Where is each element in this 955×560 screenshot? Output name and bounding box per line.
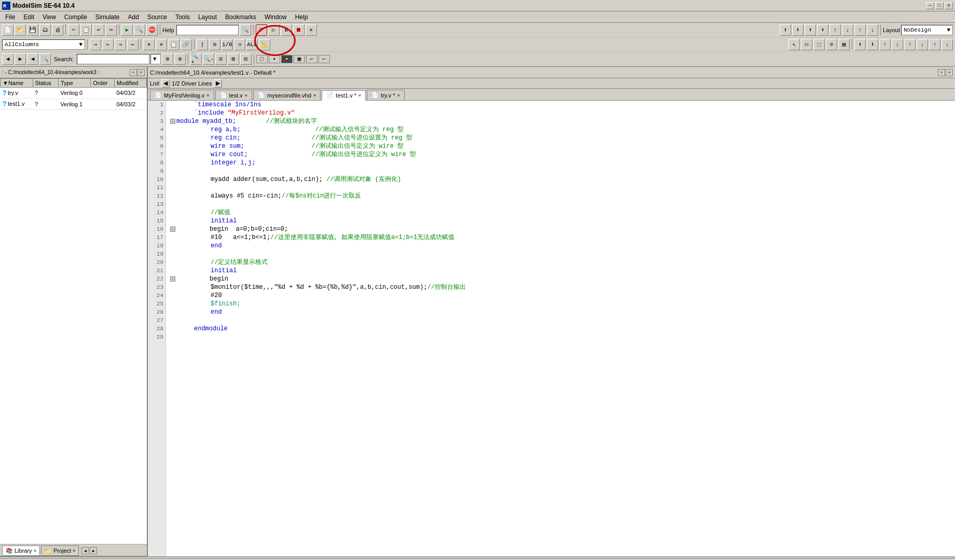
tab-myfirstverilog-close[interactable]: × — [206, 93, 209, 98]
copy-button[interactable]: 📋 — [80, 24, 92, 36]
tab-project[interactable]: 📁 Project × — [41, 545, 79, 556]
driver-nav-right[interactable]: ▶ — [214, 79, 222, 88]
layout-btn-8[interactable]: ↓ — [867, 24, 878, 36]
tab-nav-right[interactable]: ▶ — [90, 547, 97, 554]
search-run-btn[interactable]: ⚙ — [162, 53, 173, 65]
tab-test1v-close[interactable]: × — [358, 93, 361, 98]
zoom-btn-1[interactable]: ⬆ — [854, 39, 866, 50]
left-panel-min-btn[interactable]: + — [130, 69, 137, 76]
library-tab-close[interactable]: × — [34, 548, 36, 553]
menu-help[interactable]: Help — [291, 12, 312, 22]
zoom-sel-btn[interactable]: ⊞ — [228, 53, 239, 65]
wave-btn-2[interactable]: ⬚ — [813, 39, 825, 50]
search-btn[interactable]: 🔍 — [39, 53, 51, 65]
search-dropdown[interactable]: ▼ — [150, 54, 161, 64]
col-btn-7[interactable]: 📋 — [168, 39, 179, 50]
col-btn-8[interactable]: 🔗 — [181, 39, 192, 50]
layout-btn-1[interactable]: ⬆ — [780, 24, 791, 36]
code-area[interactable]: 1234567891011121314151617181920212223242… — [148, 101, 955, 556]
maximize-button[interactable]: □ — [935, 2, 944, 9]
layout-btn-3[interactable]: ⬆ — [805, 24, 816, 36]
zoom-btn-8[interactable]: ↓ — [942, 39, 953, 50]
edit-btn-4[interactable]: ⟡ — [234, 39, 245, 50]
search-all-btn[interactable]: ⚙ — [174, 53, 186, 65]
help-search-button[interactable]: 🔍 — [240, 24, 251, 36]
col-btn-6[interactable]: ✕ — [156, 39, 167, 50]
open-button[interactable]: 📂 — [15, 24, 26, 36]
menu-compile[interactable]: Compile — [60, 12, 91, 22]
save-button[interactable]: 💾 — [27, 24, 38, 36]
menu-bookmarks[interactable]: Bookmarks — [221, 12, 260, 22]
fold-button[interactable]: – — [170, 276, 175, 282]
edit-btn-3[interactable]: 1/0 — [222, 39, 233, 50]
tab-nav-left[interactable]: ◀ — [81, 547, 89, 554]
menu-file[interactable]: File — [1, 12, 19, 22]
window-controls[interactable]: — □ ✕ — [926, 2, 953, 9]
simulate-btn-3[interactable]: ⏸ — [281, 24, 292, 36]
simulate-btn-4[interactable]: ⏹ — [293, 24, 305, 36]
editor-close-btn[interactable]: × — [946, 69, 953, 76]
nav-btn-1[interactable]: ◀ — [2, 53, 13, 65]
nav-btn-3[interactable]: ◀ — [27, 53, 38, 65]
save-all-button[interactable]: 🗂 — [39, 24, 51, 36]
edit-btn-1[interactable]: | — [197, 39, 208, 50]
wave-shape-6[interactable]: ⌐ — [319, 55, 330, 63]
wave-btn-4[interactable]: ▤ — [838, 39, 850, 50]
wave-shape-1[interactable]: □ — [256, 55, 268, 63]
new-button[interactable]: 📄 — [2, 24, 13, 36]
break-button[interactable]: ⛔ — [146, 24, 158, 36]
menu-window[interactable]: Window — [260, 12, 291, 22]
menu-source[interactable]: Source — [143, 12, 171, 22]
driver-nav-left[interactable]: ◀ — [161, 79, 170, 88]
left-panel-close-btn[interactable]: × — [137, 69, 145, 76]
menu-simulate[interactable]: Simulate — [91, 12, 124, 22]
zoom-btn-6[interactable]: ↓ — [917, 39, 928, 50]
file-browser-scroll[interactable]: ▼Name Status Type Order Modified ? try.v… — [0, 78, 147, 544]
cut-button[interactable]: ✂ — [68, 24, 79, 36]
menu-tools[interactable]: Tools — [171, 12, 194, 22]
menu-edit[interactable]: Edit — [19, 12, 38, 22]
simulate-btn-5[interactable]: ✕ — [306, 24, 317, 36]
column-layout-dropdown[interactable]: AllColumns ▼ — [2, 39, 85, 50]
wave-shape-4[interactable]: ▦ — [294, 55, 305, 63]
simulate-btn-2[interactable]: ▷ — [268, 24, 280, 36]
minimize-button[interactable]: — — [926, 2, 934, 9]
code-content[interactable]: `timescale 1ns/1ns`include "MyFirstVeril… — [166, 101, 955, 556]
tab-tryv-close[interactable]: × — [397, 93, 400, 98]
tab-testv[interactable]: 📄 test.v × — [215, 90, 253, 100]
cursor-btn[interactable]: ↖ — [788, 39, 800, 50]
layout-btn-7[interactable]: ↑ — [854, 24, 866, 36]
col-btn-1[interactable]: ⇒ — [90, 39, 101, 50]
zoom-btn-7[interactable]: ↑ — [929, 39, 940, 50]
tab-mysecondfile-close[interactable]: × — [313, 93, 316, 98]
tab-testv-close[interactable]: × — [245, 93, 247, 98]
wave-shape-2[interactable]: ▪ — [269, 55, 280, 63]
redo-button[interactable]: ↪ — [105, 24, 117, 36]
fold-button[interactable]: – — [170, 119, 175, 124]
wave-btn-3[interactable]: ≡ — [826, 39, 837, 50]
zoom-btn-3[interactable]: ↑ — [879, 39, 891, 50]
tab-tryv[interactable]: 📄 try.v * × — [367, 90, 405, 100]
col-btn-2[interactable]: ⇐ — [102, 39, 114, 50]
wave-shape-3[interactable]: ▪ — [281, 55, 293, 63]
zoom-in-btn[interactable]: 🔍+ — [190, 53, 202, 65]
zoom-btn-2[interactable]: ⬇ — [867, 39, 878, 50]
menu-layout[interactable]: Layout — [194, 12, 221, 22]
tab-test1v[interactable]: 📄 test1.v * × — [322, 90, 366, 101]
edit-btn-6[interactable]: 📐 — [259, 39, 270, 50]
search-input[interactable] — [77, 54, 149, 64]
table-row[interactable]: ? test1.v ? Verilog 1 04/03/2 — [1, 99, 147, 109]
simulate-btn-1[interactable]: ⟳ — [256, 24, 267, 36]
zoom-out-btn[interactable]: 🔍- — [203, 53, 214, 65]
edit-btn-2[interactable]: ⊙ — [209, 39, 220, 50]
help-input[interactable] — [176, 25, 239, 35]
zoom-btn-5[interactable]: ↑ — [904, 39, 916, 50]
layout-btn-5[interactable]: ↑ — [829, 24, 841, 36]
tab-mysecondfile[interactable]: 📄 mysecondfile.vhd × — [253, 90, 321, 100]
zoom-btn-4[interactable]: ↓ — [892, 39, 903, 50]
layout-btn-6[interactable]: ↓ — [842, 24, 853, 36]
col-btn-4[interactable]: ⇐ — [127, 39, 139, 50]
nav-btn-2[interactable]: ▶ — [15, 53, 26, 65]
fold-button[interactable]: – — [170, 227, 175, 232]
print-button[interactable]: 🖨 — [52, 24, 63, 36]
